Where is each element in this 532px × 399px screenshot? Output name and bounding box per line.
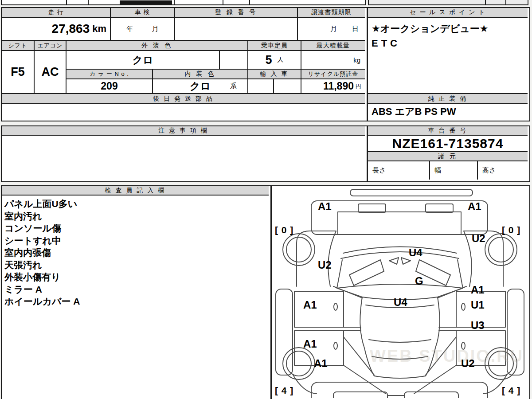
chassis-panel: 車 台 番 号 NZE161-7135874 諸 元 長さ 幅 高さ	[367, 125, 530, 182]
payload-value-cell: kg	[301, 51, 365, 70]
top-edge-row-left	[1, 0, 366, 5]
color-no-header: カ ラ ー N o .	[66, 70, 153, 79]
damage-code-rear-door-right: U3	[471, 320, 485, 331]
mileage-unit: km	[92, 23, 106, 35]
exterior-color-extra-cell	[220, 51, 248, 70]
capacity-unit: 人	[278, 56, 284, 64]
notes-body	[2, 136, 365, 180]
shaken-header: 車 検	[111, 8, 175, 18]
damage-code-front-bumper-left: A1	[318, 201, 332, 212]
divider	[485, 0, 486, 4]
import-header: 輸 入 車	[248, 70, 301, 79]
damage-code-front-bumper-right: A1	[468, 201, 481, 212]
inspector-item: 室内内張傷	[4, 246, 80, 259]
oem-equipment-header-label: 純 正 装 備	[428, 95, 468, 103]
damage-code-front-fender-right: U2	[472, 233, 485, 244]
capacity-value-cell: 5 人	[248, 51, 301, 70]
interior-color-suffix: 系	[230, 82, 237, 90]
notes-header-label: 注 意 事 項 欄	[158, 127, 208, 135]
mileage-header-label: 走 行	[48, 8, 64, 16]
color-no-header-label: カ ラ ー N o .	[90, 70, 129, 78]
sales-point-line: ★オークションデビュー★	[372, 21, 489, 36]
recycle-unit: 円	[356, 82, 361, 90]
oem-equipment-header: 純 正 装 備	[368, 94, 528, 104]
import-header-label: 輸 入 車	[260, 70, 289, 78]
inspector-box: 検 査 員 記 入 欄 パネル上面U多い 室内汚れ コンソール傷 シートすれ中 …	[1, 185, 271, 399]
exterior-color-value: クロ	[132, 53, 153, 67]
shift-value: F5	[11, 65, 25, 79]
inspector-header: 検 査 員 記 入 欄	[2, 186, 269, 196]
sales-point-header-label: セ ー ル ス ポ イ ン ト	[410, 8, 486, 16]
inspector-item: シートすれ中	[4, 235, 80, 247]
interior-color-header: 内 装 色	[153, 70, 248, 79]
shaken-value-cell: 年 月	[111, 18, 175, 41]
cutoff-text-smudge	[120, 0, 172, 4]
interior-color-value-cell: クロ 系	[153, 79, 248, 94]
damage-code-rear-fender-left: A1	[314, 358, 328, 369]
sales-point-panel: セ ー ル ス ポ イ ン ト ★オークションデビュー★ ETC 純 正 装 備…	[367, 7, 530, 121]
divider	[223, 0, 223, 4]
tread-mark-front-left: [ 0 ]	[275, 225, 293, 235]
spec-width-label: 幅	[434, 166, 441, 175]
inspector-item: ミラー A	[4, 283, 80, 296]
capacity-header-label: 乗車定員	[261, 42, 288, 50]
mileage-header: 走 行	[2, 8, 111, 18]
payload-unit: kg	[353, 56, 360, 64]
chassis-number: NZE161-7135874	[392, 136, 504, 151]
import-value-cell-2	[274, 79, 301, 94]
later-parts-value-cell	[2, 104, 365, 119]
spec-length-cell: 長さ	[368, 161, 430, 180]
sales-point-body: ★オークションデビュー★ ETC	[368, 18, 528, 94]
later-parts-header: 後 日 発 送 部 品	[2, 94, 365, 104]
inspector-header-label: 検 査 員 記 入 欄	[105, 187, 165, 195]
later-parts-header-label: 後 日 発 送 部 品	[153, 95, 213, 103]
notes-box: 注 意 事 項 欄	[1, 125, 368, 182]
aircon-header-label: エアコン	[37, 42, 63, 50]
recycle-header: リサイクル預託金	[301, 70, 365, 79]
aircon-value-cell: AC	[35, 51, 66, 94]
import-value-cell-1	[248, 79, 274, 94]
mileage-value: 27,863	[52, 22, 90, 36]
interior-color-header-label: 内 装 色	[185, 70, 216, 78]
tread-mark-rear-right: [ 4 ]	[502, 386, 520, 395]
divider	[88, 0, 89, 4]
registration-header-label: 登 録 番 号	[215, 8, 258, 16]
chassis-header: 車 台 番 号	[368, 126, 528, 136]
spec-length-label: 長さ	[372, 166, 386, 175]
transfer-day-label: 日	[352, 25, 359, 33]
shift-header-label: シフト	[8, 42, 27, 50]
inspector-item: コンソール傷	[4, 222, 80, 235]
shift-value-cell: F5	[2, 51, 35, 94]
main-info-table: 走 行 車 検 登 録 番 号 譲渡書類期限 27,863 km 年 月 月 日…	[1, 7, 368, 121]
inspector-item: パネル上面U多い	[4, 198, 80, 210]
exterior-color-header-label: 外 装 色	[141, 42, 172, 50]
payload-header-label: 最大積載量	[317, 42, 350, 50]
transfer-docs-header: 譲渡書類期限	[298, 8, 365, 18]
oem-equipment-value-cell: ABS エアB PS PW	[368, 104, 528, 119]
color-no-value-cell: 209	[66, 79, 153, 94]
aircon-value: AC	[42, 65, 59, 79]
specs-header: 諸 元	[368, 152, 528, 161]
recycle-header-label: リサイクル預託金	[308, 70, 359, 78]
shaken-month-label: 月	[152, 25, 159, 33]
spec-height-cell: 高さ	[478, 161, 528, 180]
divider	[505, 0, 506, 4]
capacity-value: 5	[265, 53, 272, 67]
aircon-header: エアコン	[35, 41, 66, 51]
damage-code-front-fender-left: U2	[318, 260, 332, 270]
registration-value-cell	[175, 18, 298, 41]
divider	[174, 0, 175, 4]
damage-code-front-door-right: U1	[471, 300, 485, 310]
spec-width-cell: 幅	[430, 161, 478, 180]
spec-height-label: 高さ	[482, 166, 496, 175]
divider	[249, 0, 250, 4]
inspector-item: 外装小傷有り	[4, 271, 80, 283]
divider	[66, 0, 67, 4]
chassis-header-label: 車 台 番 号	[428, 127, 468, 135]
top-edge-row-right	[368, 0, 528, 5]
chassis-number-cell: NZE161-7135874	[368, 136, 528, 152]
shaken-header-label: 車 検	[135, 8, 150, 16]
damage-code-cowl: G	[415, 276, 423, 286]
mileage-value-cell: 27,863 km	[2, 18, 111, 41]
car-outline-drawing	[272, 186, 528, 398]
